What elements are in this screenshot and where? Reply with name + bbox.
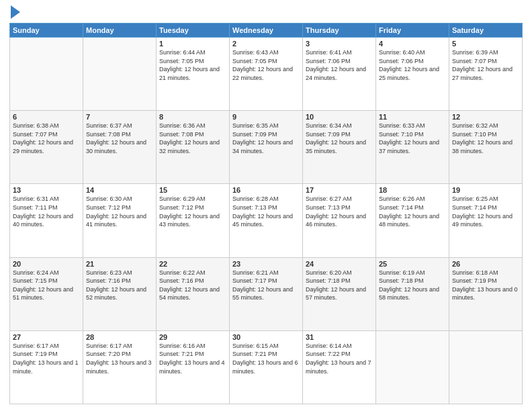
calendar-cell: 31Sunrise: 6:14 AM Sunset: 7:22 PM Dayli… [303,330,376,404]
day-number: 12 [452,113,519,121]
weekday-header-wednesday: Wednesday [230,24,303,38]
day-number: 28 [86,333,153,341]
week-row-4: 20Sunrise: 6:24 AM Sunset: 7:15 PM Dayli… [10,257,523,330]
calendar-cell: 18Sunrise: 6:26 AM Sunset: 7:14 PM Dayli… [376,184,449,257]
day-info: Sunrise: 6:17 AM Sunset: 7:19 PM Dayligh… [13,342,80,375]
calendar-cell: 22Sunrise: 6:22 AM Sunset: 7:16 PM Dayli… [157,257,230,330]
day-number: 10 [306,113,373,121]
day-number: 30 [232,333,300,341]
calendar-cell: 6Sunrise: 6:38 AM Sunset: 7:07 PM Daylig… [10,111,83,184]
day-number: 3 [306,40,373,48]
day-info: Sunrise: 6:44 AM Sunset: 7:05 PM Dayligh… [159,48,226,82]
weekday-header-tuesday: Tuesday [157,24,230,38]
calendar-cell: 25Sunrise: 6:19 AM Sunset: 7:18 PM Dayli… [376,257,449,330]
calendar-cell: 20Sunrise: 6:24 AM Sunset: 7:15 PM Dayli… [10,257,83,330]
calendar-cell: 16Sunrise: 6:28 AM Sunset: 7:13 PM Dayli… [230,184,303,257]
day-info: Sunrise: 6:20 AM Sunset: 7:18 PM Dayligh… [306,269,373,302]
day-number: 24 [306,260,373,268]
day-number: 17 [306,186,373,194]
day-info: Sunrise: 6:31 AM Sunset: 7:11 PM Dayligh… [13,195,80,228]
calendar-cell: 30Sunrise: 6:15 AM Sunset: 7:21 PM Dayli… [230,330,303,404]
calendar-cell: 5Sunrise: 6:39 AM Sunset: 7:07 PM Daylig… [449,38,523,111]
day-info: Sunrise: 6:26 AM Sunset: 7:14 PM Dayligh… [379,195,446,228]
calendar-cell: 29Sunrise: 6:16 AM Sunset: 7:21 PM Dayli… [157,330,230,404]
weekday-header-friday: Friday [376,24,449,38]
calendar-cell: 1Sunrise: 6:44 AM Sunset: 7:05 PM Daylig… [157,38,230,111]
day-info: Sunrise: 6:24 AM Sunset: 7:15 PM Dayligh… [13,269,80,302]
weekday-header-sunday: Sunday [10,24,83,38]
day-info: Sunrise: 6:19 AM Sunset: 7:18 PM Dayligh… [379,269,446,302]
day-number: 7 [86,113,153,121]
day-number: 19 [452,186,519,194]
day-info: Sunrise: 6:16 AM Sunset: 7:21 PM Dayligh… [159,342,226,375]
weekday-header-row: SundayMondayTuesdayWednesdayThursdayFrid… [10,24,523,38]
day-number: 11 [379,113,446,121]
day-info: Sunrise: 6:28 AM Sunset: 7:13 PM Dayligh… [232,195,300,228]
day-number: 9 [232,113,300,121]
weekday-header-monday: Monday [83,24,157,38]
day-number: 1 [159,40,226,48]
page: SundayMondayTuesdayWednesdayThursdayFrid… [0,0,532,411]
day-info: Sunrise: 6:32 AM Sunset: 7:10 PM Dayligh… [452,122,519,155]
day-info: Sunrise: 6:40 AM Sunset: 7:06 PM Dayligh… [379,48,446,82]
day-number: 22 [159,260,226,268]
weekday-header-saturday: Saturday [449,24,523,38]
calendar-cell: 27Sunrise: 6:17 AM Sunset: 7:19 PM Dayli… [10,330,83,404]
week-row-2: 6Sunrise: 6:38 AM Sunset: 7:07 PM Daylig… [10,111,523,184]
calendar-cell: 11Sunrise: 6:33 AM Sunset: 7:10 PM Dayli… [376,111,449,184]
calendar-cell [83,38,157,111]
day-number: 6 [13,113,80,121]
day-info: Sunrise: 6:18 AM Sunset: 7:19 PM Dayligh… [452,269,519,302]
day-number: 23 [232,260,300,268]
day-number: 13 [13,186,80,194]
day-info: Sunrise: 6:34 AM Sunset: 7:09 PM Dayligh… [306,122,373,155]
calendar-cell [10,38,83,111]
calendar-cell [449,330,523,404]
calendar-cell: 2Sunrise: 6:43 AM Sunset: 7:05 PM Daylig… [230,38,303,111]
calendar-cell: 17Sunrise: 6:27 AM Sunset: 7:13 PM Dayli… [303,184,376,257]
day-info: Sunrise: 6:37 AM Sunset: 7:08 PM Dayligh… [86,122,153,155]
calendar-table: SundayMondayTuesdayWednesdayThursdayFrid… [9,23,523,404]
day-info: Sunrise: 6:41 AM Sunset: 7:06 PM Dayligh… [306,48,373,82]
logo [9,7,20,19]
calendar-cell: 8Sunrise: 6:36 AM Sunset: 7:08 PM Daylig… [157,111,230,184]
day-info: Sunrise: 6:30 AM Sunset: 7:12 PM Dayligh… [86,195,153,228]
day-number: 15 [159,186,226,194]
day-info: Sunrise: 6:35 AM Sunset: 7:09 PM Dayligh… [232,122,300,155]
day-info: Sunrise: 6:29 AM Sunset: 7:12 PM Dayligh… [159,195,226,228]
calendar-cell: 28Sunrise: 6:17 AM Sunset: 7:20 PM Dayli… [83,330,157,404]
day-info: Sunrise: 6:33 AM Sunset: 7:10 PM Dayligh… [379,122,446,155]
day-number: 16 [232,186,300,194]
day-number: 4 [379,40,446,48]
day-number: 2 [232,40,300,48]
calendar-cell: 4Sunrise: 6:40 AM Sunset: 7:06 PM Daylig… [376,38,449,111]
day-info: Sunrise: 6:36 AM Sunset: 7:08 PM Dayligh… [159,122,226,155]
day-info: Sunrise: 6:22 AM Sunset: 7:16 PM Dayligh… [159,269,226,302]
calendar-cell: 9Sunrise: 6:35 AM Sunset: 7:09 PM Daylig… [230,111,303,184]
calendar-cell: 21Sunrise: 6:23 AM Sunset: 7:16 PM Dayli… [83,257,157,330]
week-row-5: 27Sunrise: 6:17 AM Sunset: 7:19 PM Dayli… [10,330,523,404]
day-info: Sunrise: 6:38 AM Sunset: 7:07 PM Dayligh… [13,122,80,155]
day-info: Sunrise: 6:21 AM Sunset: 7:17 PM Dayligh… [232,269,300,302]
day-number: 8 [159,113,226,121]
day-info: Sunrise: 6:23 AM Sunset: 7:16 PM Dayligh… [86,269,153,302]
calendar-cell: 12Sunrise: 6:32 AM Sunset: 7:10 PM Dayli… [449,111,523,184]
calendar-cell: 26Sunrise: 6:18 AM Sunset: 7:19 PM Dayli… [449,257,523,330]
header [9,7,523,19]
logo-arrow-icon [11,5,20,19]
calendar-cell [376,330,449,404]
calendar-cell: 15Sunrise: 6:29 AM Sunset: 7:12 PM Dayli… [157,184,230,257]
day-number: 21 [86,260,153,268]
calendar-cell: 10Sunrise: 6:34 AM Sunset: 7:09 PM Dayli… [303,111,376,184]
calendar-cell: 23Sunrise: 6:21 AM Sunset: 7:17 PM Dayli… [230,257,303,330]
day-info: Sunrise: 6:15 AM Sunset: 7:21 PM Dayligh… [232,342,300,375]
week-row-3: 13Sunrise: 6:31 AM Sunset: 7:11 PM Dayli… [10,184,523,257]
day-info: Sunrise: 6:39 AM Sunset: 7:07 PM Dayligh… [452,48,519,82]
day-info: Sunrise: 6:27 AM Sunset: 7:13 PM Dayligh… [306,195,373,228]
day-number: 25 [379,260,446,268]
calendar-cell: 24Sunrise: 6:20 AM Sunset: 7:18 PM Dayli… [303,257,376,330]
day-number: 18 [379,186,446,194]
day-info: Sunrise: 6:25 AM Sunset: 7:14 PM Dayligh… [452,195,519,228]
calendar-cell: 7Sunrise: 6:37 AM Sunset: 7:08 PM Daylig… [83,111,157,184]
day-number: 20 [13,260,80,268]
